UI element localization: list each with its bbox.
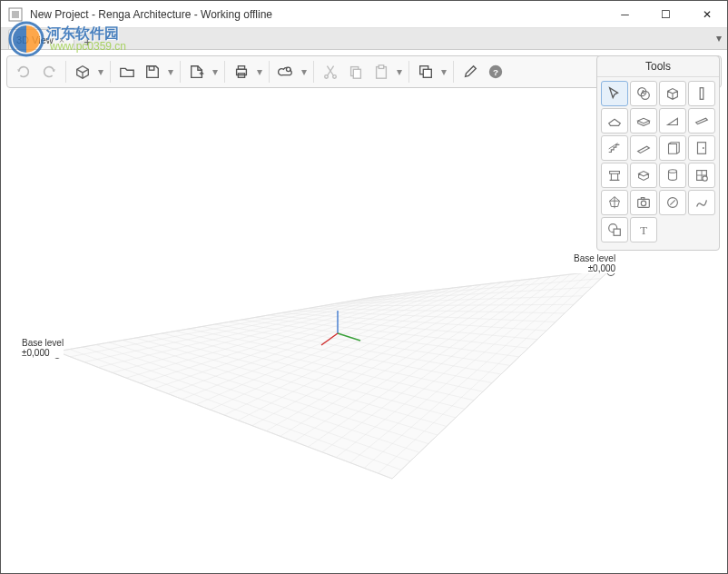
svg-point-80 <box>641 201 645 205</box>
svg-rect-81 <box>641 198 644 200</box>
tool-slab[interactable] <box>630 108 657 134</box>
redo-button[interactable] <box>36 59 62 84</box>
tool-box[interactable] <box>630 163 657 188</box>
watermark-icon <box>8 21 44 57</box>
dropdown-icon[interactable]: ▾ <box>438 59 449 84</box>
svg-rect-10 <box>353 69 360 78</box>
watermark: 河东软件园 www.pc0359.cn <box>8 21 126 57</box>
tool-cylinder[interactable] <box>659 163 686 188</box>
svg-rect-12 <box>379 65 383 69</box>
tool-text[interactable]: T <box>630 217 657 242</box>
copy-button[interactable] <box>343 59 369 84</box>
toolbar-separator <box>110 61 111 83</box>
toolbar-separator <box>65 61 66 83</box>
svg-text:?: ? <box>493 67 498 77</box>
maximize-button[interactable]: ☐ <box>645 1 686 27</box>
svg-rect-73 <box>700 88 703 100</box>
undo-button[interactable] <box>11 59 36 84</box>
tool-roof[interactable] <box>601 108 628 134</box>
close-button[interactable]: ✕ <box>686 1 727 27</box>
tool-wedge[interactable] <box>659 108 686 134</box>
level-name: Base level <box>574 253 615 263</box>
tool-column[interactable] <box>688 81 715 106</box>
dropdown-icon[interactable]: ▾ <box>95 59 106 84</box>
svg-point-76 <box>669 170 677 173</box>
level-name: Base level <box>22 338 64 348</box>
tools-header: Tools <box>597 56 719 77</box>
watermark-text2: www.pc0359.cn <box>50 41 126 53</box>
cut-button[interactable] <box>318 59 343 84</box>
level-elev: ±0,000 <box>574 263 615 273</box>
svg-point-78 <box>703 176 707 181</box>
tool-wall[interactable] <box>659 135 686 161</box>
dropdown-icon[interactable]: ▾ <box>254 59 265 84</box>
toolbar-separator <box>224 61 225 83</box>
export-button[interactable]: ▾ <box>184 59 221 84</box>
toolbar-separator <box>408 61 409 83</box>
watermark-text1: 河东软件园 <box>46 25 126 42</box>
dropdown-icon[interactable]: ▾ <box>165 59 176 84</box>
svg-rect-1 <box>12 11 19 18</box>
toolbar-separator <box>180 61 181 83</box>
tool-ramp[interactable] <box>630 135 657 161</box>
tool-opening[interactable] <box>601 163 628 188</box>
windows-button[interactable]: ▾ <box>413 59 449 84</box>
svg-point-7 <box>325 75 329 79</box>
svg-rect-74 <box>698 143 706 154</box>
collapse-ribbon-icon[interactable]: ▾ <box>716 32 722 45</box>
tool-select[interactable] <box>601 81 628 106</box>
tools-panel: Tools A T <box>596 55 720 251</box>
help-button[interactable]: ? <box>483 59 508 84</box>
save-button[interactable]: ▾ <box>140 59 176 84</box>
tool-stairs[interactable] <box>601 135 628 161</box>
dropdown-icon[interactable]: ▾ <box>299 59 310 84</box>
level-elev: ±0,000 <box>22 348 64 358</box>
toolbar-separator <box>269 61 270 83</box>
toolbar-separator <box>453 61 454 83</box>
window-title: New Project - Renga Architecture - Worki… <box>30 8 605 21</box>
print-button[interactable]: ▾ <box>229 59 265 84</box>
level-label-left: Base level ±0,000 <box>22 338 64 358</box>
svg-text:T: T <box>640 224 647 237</box>
svg-rect-4 <box>238 66 244 70</box>
app-window: New Project - Renga Architecture - Worki… <box>0 0 728 574</box>
open-button[interactable] <box>114 59 140 84</box>
tool-window[interactable] <box>688 163 715 188</box>
dropdown-icon[interactable]: ▾ <box>210 59 221 84</box>
tool-curve[interactable] <box>688 190 715 215</box>
tool-material[interactable]: A <box>630 81 657 106</box>
tool-camera[interactable] <box>630 190 657 215</box>
toolbar-separator <box>313 61 314 83</box>
tool-section[interactable] <box>601 217 628 242</box>
settings-button[interactable] <box>457 59 483 84</box>
svg-point-6 <box>286 67 290 72</box>
tool-polyhedron[interactable] <box>601 190 628 215</box>
level-label-right: Base level ±0,000 <box>574 253 615 273</box>
tool-beam[interactable] <box>688 108 715 134</box>
dropdown-icon[interactable]: ▾ <box>394 59 405 84</box>
new-project-button[interactable]: ▾ <box>70 59 106 84</box>
svg-rect-84 <box>614 229 620 235</box>
svg-point-75 <box>703 147 704 149</box>
tool-door[interactable] <box>688 135 715 161</box>
cloud-button[interactable]: ▾ <box>273 59 310 84</box>
tools-grid: A T <box>597 77 719 246</box>
svg-point-8 <box>333 75 337 79</box>
paste-button[interactable]: ▾ <box>369 59 405 84</box>
minimize-button[interactable]: ─ <box>605 1 645 27</box>
tool-circle[interactable] <box>659 190 686 215</box>
svg-rect-2 <box>149 66 153 71</box>
svg-rect-14 <box>423 69 431 77</box>
tool-cube[interactable] <box>659 81 686 106</box>
